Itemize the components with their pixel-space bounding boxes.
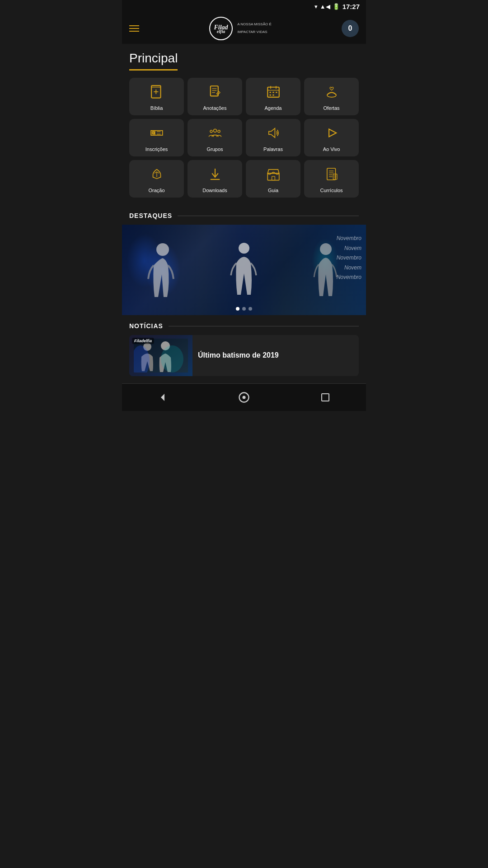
battery-icon: 🔋 — [333, 3, 340, 10]
noticias-title: NOTÍCIAS — [129, 322, 163, 330]
grid-item-agenda[interactable]: Agenda — [246, 78, 300, 115]
grid-label-biblia: Bíblia — [150, 105, 163, 111]
play-icon — [324, 125, 339, 143]
page-title-area: Principal — [122, 44, 366, 71]
ticket-icon — [149, 125, 164, 143]
noticias-divider — [169, 326, 359, 326]
grid-label-inscricoes: Inscrições — [145, 146, 168, 152]
svg-rect-14 — [269, 92, 271, 93]
grid-item-ofertas[interactable]: Ofertas — [304, 78, 359, 115]
highlights-carousel[interactable]: Novembro Novem Novembro Novem Novembro — [122, 225, 366, 315]
grid-menu: Bíblia Anotações — [122, 71, 366, 205]
logo-text: Filad elfia — [212, 22, 230, 35]
grid-label-anotacoes: Anotações — [203, 105, 227, 111]
svg-rect-18 — [272, 94, 274, 96]
store-icon — [266, 166, 281, 184]
grid-item-ao-vivo[interactable]: Ao Vivo — [304, 119, 359, 156]
svg-point-48 — [161, 345, 183, 373]
notes-icon — [207, 84, 223, 102]
grid-item-biblia[interactable]: Bíblia — [129, 78, 184, 115]
slide-text-overlay: Novembro Novem Novembro Novem Novembro — [337, 234, 361, 283]
download-icon — [207, 166, 223, 184]
grid-label-palavras: Palavras — [263, 146, 283, 152]
home-button[interactable] — [236, 389, 252, 406]
news-logo-badge: Filadelfia — [132, 338, 154, 344]
news-title-1: Último batismo de 2019 — [198, 351, 279, 360]
status-icons: ▾ ▲◀ 🔋 — [314, 3, 340, 10]
grid-label-downloads: Downloads — [202, 188, 227, 193]
bottom-nav — [122, 383, 366, 411]
grid-label-grupos: Grupos — [206, 146, 223, 152]
groups-icon — [207, 125, 223, 143]
recent-button[interactable] — [317, 389, 333, 406]
svg-point-42 — [239, 243, 249, 254]
logo-mission-line2: IMPACTAR VIDAS — [237, 30, 267, 34]
signal-icon: ▲◀ — [320, 3, 330, 10]
grid-label-oracao: Oração — [148, 188, 164, 193]
grid-item-palavras[interactable]: Palavras — [246, 119, 300, 156]
dot-3[interactable] — [249, 307, 252, 311]
grid-item-inscricoes[interactable]: Inscrições — [129, 119, 184, 156]
noticias-section: NOTÍCIAS Filadelfia — [122, 315, 366, 383]
svg-rect-17 — [269, 94, 271, 96]
svg-point-24 — [210, 130, 212, 132]
grid-label-ao-vivo: Ao Vivo — [323, 146, 340, 152]
news-content-1: Último batismo de 2019 — [192, 335, 359, 376]
logo-icon: Filad elfia — [209, 17, 233, 40]
svg-text:elfia: elfia — [217, 29, 225, 34]
destaques-header: DESTAQUES — [122, 205, 366, 225]
destaques-divider — [178, 216, 359, 216]
svg-point-51 — [243, 396, 246, 399]
logo-mission-line1: A NOSSA MISSÃO É — [237, 22, 272, 27]
svg-rect-52 — [322, 394, 329, 401]
dot-1[interactable] — [236, 307, 239, 311]
page-title: Principal — [129, 51, 178, 71]
grid-item-grupos[interactable]: Grupos — [188, 119, 242, 156]
grid-item-anotacoes[interactable]: Anotações — [188, 78, 242, 115]
svg-rect-31 — [272, 176, 275, 180]
destaques-title: DESTAQUES — [129, 212, 172, 219]
prayer-icon — [149, 166, 164, 184]
logo-subtitle-area: A NOSSA MISSÃO É IMPACTAR VIDAS — [237, 22, 272, 35]
grid-item-downloads[interactable]: Downloads — [188, 160, 242, 198]
megaphone-icon — [266, 125, 281, 143]
grid-item-guia[interactable]: Guia — [246, 160, 300, 198]
svg-point-23 — [213, 129, 216, 132]
svg-marker-26 — [329, 129, 336, 137]
noticias-header: NOTÍCIAS — [122, 315, 366, 335]
notification-badge[interactable]: 0 — [342, 20, 359, 37]
svg-rect-16 — [276, 92, 277, 93]
svg-rect-6 — [210, 86, 218, 96]
carousel-slide-1: Novembro Novem Novembro Novem Novembro — [122, 225, 366, 315]
grid-label-agenda: Agenda — [265, 105, 282, 111]
dot-2[interactable] — [242, 307, 246, 311]
menu-button[interactable] — [129, 25, 139, 32]
back-button[interactable] — [155, 389, 171, 406]
news-thumb-1: Filadelfia — [129, 335, 192, 376]
logo-area: Filad elfia A NOSSA MISSÃO É IMPACTAR VI… — [209, 17, 272, 40]
svg-rect-15 — [272, 92, 274, 93]
curriculum-icon — [324, 166, 339, 184]
calendar-icon — [266, 84, 281, 102]
status-time: 17:27 — [343, 3, 360, 10]
status-bar: ▾ ▲◀ 🔋 17:27 — [122, 0, 366, 13]
header: Filad elfia A NOSSA MISSÃO É IMPACTAR VI… — [122, 13, 366, 44]
svg-point-41 — [156, 243, 169, 256]
bible-icon — [149, 84, 164, 102]
carousel-dots — [236, 307, 252, 311]
grid-item-curriculos[interactable]: Currículos — [304, 160, 359, 198]
carousel-track: Novembro Novem Novembro Novem Novembro — [122, 225, 366, 315]
grid-label-ofertas: Ofertas — [323, 105, 339, 111]
slide-figures — [122, 225, 366, 315]
svg-marker-49 — [161, 394, 164, 401]
grid-label-curriculos: Currículos — [320, 188, 343, 193]
wifi-icon: ▾ — [314, 3, 318, 10]
svg-point-25 — [217, 130, 220, 132]
news-card-1[interactable]: Filadelfia — [129, 335, 359, 376]
grid-label-guia: Guia — [268, 188, 278, 193]
svg-point-22 — [152, 132, 153, 133]
grid-item-oracao[interactable]: Oração — [129, 160, 184, 198]
offering-icon — [324, 84, 339, 102]
svg-point-43 — [320, 243, 332, 255]
